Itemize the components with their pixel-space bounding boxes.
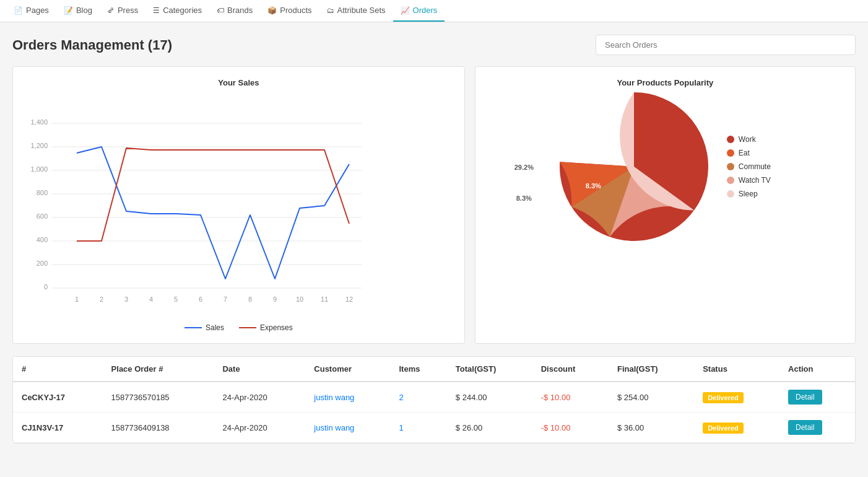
page-title: Orders Management (17) — [12, 37, 172, 53]
svg-text:400: 400 — [37, 236, 48, 243]
nav-pages[interactable]: 📄 Pages — [6, 0, 56, 22]
nav-orders[interactable]: 📈 Orders — [393, 0, 445, 22]
products-icon: 📦 — [267, 6, 277, 15]
legend-eat-label: Eat — [739, 149, 750, 157]
attribute-sets-icon: 🗂 — [327, 6, 334, 15]
status-badge: Delivered — [703, 422, 744, 434]
sales-chart-title: Your Sales — [24, 78, 453, 87]
brands-icon: 🏷 — [217, 6, 224, 15]
nav-press[interactable]: 🗞 Press — [100, 0, 145, 22]
nav-categories-label: Categories — [163, 6, 202, 15]
nav-blog[interactable]: 📝 Blog — [56, 0, 100, 22]
col-date: Date — [214, 357, 305, 382]
work-dot — [727, 136, 734, 143]
pie-svg — [560, 92, 708, 241]
nav-brands-label: Brands — [227, 6, 253, 15]
cell-items: 1 — [390, 413, 446, 443]
cell-place-order: 1587736409138 — [103, 413, 214, 443]
cell-final: $ 36.00 — [609, 413, 694, 443]
nav-orders-label: Orders — [413, 6, 438, 15]
nav-attribute-sets[interactable]: 🗂 Attribute Sets — [319, 0, 393, 22]
nav-attribute-sets-label: Attribute Sets — [337, 6, 386, 15]
legend-sales: Sales — [184, 323, 224, 332]
discount-value: -$ 10.00 — [541, 393, 571, 402]
col-action: Action — [779, 357, 855, 382]
sales-swatch — [184, 327, 202, 328]
svg-text:1,400: 1,400 — [30, 118, 48, 126]
nav-categories[interactable]: ☰ Categories — [145, 0, 209, 22]
top-navigation: 📄 Pages 📝 Blog 🗞 Press ☰ Categories 🏷 Br… — [0, 0, 868, 22]
cell-action: Detail — [779, 413, 855, 443]
svg-text:800: 800 — [37, 189, 48, 196]
detail-button[interactable]: Detail — [788, 420, 822, 435]
eat-dot — [727, 149, 734, 157]
cell-date: 24-Apr-2020 — [214, 382, 305, 413]
watchtv-dot — [727, 177, 734, 184]
items-count: 2 — [399, 393, 403, 402]
cell-customer: justin wang — [305, 413, 390, 443]
legend-commute-label: Commute — [739, 162, 771, 171]
nav-products[interactable]: 📦 Products — [260, 0, 319, 22]
legend-expenses: Expenses — [239, 323, 293, 332]
legend-sleep: Sleep — [727, 190, 771, 198]
cell-place-order: 1587736570185 — [103, 382, 214, 413]
svg-text:1: 1 — [75, 295, 79, 303]
svg-text:1,200: 1,200 — [30, 142, 48, 149]
orders-table-section: # Place Order # Date Customer Items Tota… — [12, 356, 856, 444]
svg-text:0: 0 — [44, 283, 48, 291]
legend-sales-label: Sales — [206, 323, 224, 332]
sales-line — [77, 147, 349, 279]
legend-commute: Commute — [727, 162, 771, 171]
expenses-swatch — [239, 327, 256, 328]
svg-text:12: 12 — [345, 295, 353, 303]
pie-container: Work Eat Commute Watch TV — [487, 92, 844, 241]
svg-text:4: 4 — [149, 295, 153, 303]
svg-text:5: 5 — [174, 295, 178, 303]
x-axis: 1 2 3 4 5 6 7 8 9 10 11 12 — [75, 295, 353, 303]
nav-press-label: Press — [118, 6, 138, 15]
legend-expenses-label: Expenses — [260, 323, 293, 332]
cell-id: CJ1N3V-17 — [13, 413, 103, 443]
cell-id: CeCKYJ-17 — [13, 382, 103, 413]
cell-total: $ 244.00 — [447, 382, 532, 413]
y-axis: 0 200 400 600 800 1,000 1,200 1,400 — [30, 118, 362, 291]
nav-pages-label: Pages — [26, 6, 49, 15]
legend-sleep-label: Sleep — [739, 190, 758, 198]
svg-text:10: 10 — [296, 295, 303, 303]
col-discount: Discount — [532, 357, 609, 382]
orders-table: # Place Order # Date Customer Items Tota… — [13, 357, 855, 443]
charts-row: Your Sales 0 200 400 600 800 1,000 1,200… — [12, 66, 856, 344]
col-final: Final(GST) — [609, 357, 694, 382]
legend-watchtv: Watch TV — [727, 176, 771, 185]
svg-text:7: 7 — [224, 295, 227, 303]
search-orders-input[interactable] — [596, 35, 856, 55]
col-total: Total(GST) — [447, 357, 532, 382]
cell-total: $ 26.00 — [447, 413, 532, 443]
col-place-order: Place Order # — [103, 357, 214, 382]
svg-text:8: 8 — [248, 295, 252, 303]
sales-chart-card: Your Sales 0 200 400 600 800 1,000 1,200… — [12, 66, 465, 344]
customer-link[interactable]: justin wang — [314, 423, 354, 432]
commute-dot — [727, 163, 734, 170]
svg-text:3: 3 — [124, 295, 128, 303]
customer-link[interactable]: justin wang — [314, 393, 354, 402]
cell-discount: -$ 10.00 — [532, 413, 609, 443]
legend-watchtv-label: Watch TV — [739, 176, 771, 185]
orders-icon: 📈 — [401, 6, 410, 15]
sleep-dot — [727, 190, 734, 198]
pie-legend: Work Eat Commute Watch TV — [727, 135, 771, 198]
svg-text:2: 2 — [100, 295, 103, 303]
nav-brands[interactable]: 🏷 Brands — [209, 0, 260, 22]
detail-button[interactable]: Detail — [788, 390, 822, 405]
col-status: Status — [694, 357, 779, 382]
discount-value: -$ 10.00 — [541, 423, 571, 432]
col-customer: Customer — [305, 357, 390, 382]
expenses-line — [77, 148, 349, 241]
press-icon: 🗞 — [107, 6, 115, 15]
legend-eat: Eat — [727, 149, 771, 157]
svg-text:11: 11 — [321, 295, 328, 303]
col-hash: # — [13, 357, 103, 382]
blog-icon: 📝 — [64, 6, 73, 15]
table-row: CeCKYJ-17 1587736570185 24-Apr-2020 just… — [13, 382, 855, 413]
nav-blog-label: Blog — [76, 6, 92, 15]
